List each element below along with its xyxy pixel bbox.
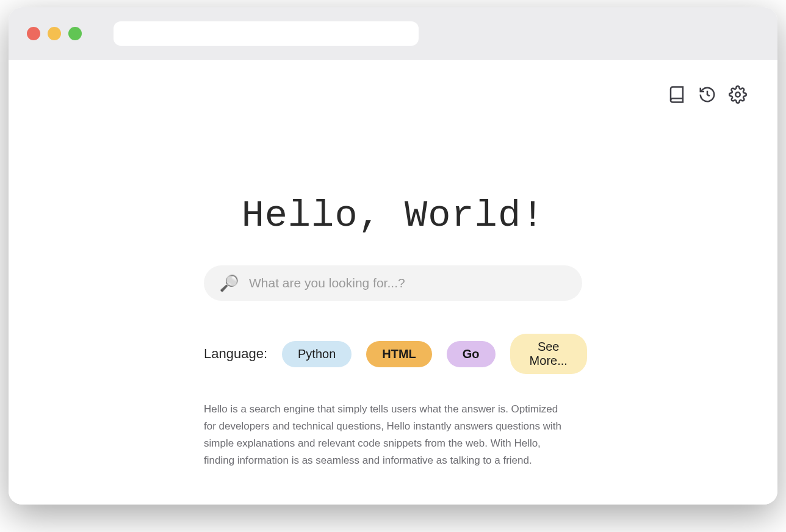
close-window-button[interactable] [27,27,40,40]
top-toolbar [668,85,747,104]
maximize-window-button[interactable] [68,27,82,40]
language-pill-python[interactable]: Python [282,341,352,367]
titlebar [9,7,777,60]
url-bar[interactable] [114,21,419,46]
page-content: Hello, World! 🔍 Language: Python HTML Go… [9,60,777,505]
browser-window: Hello, World! 🔍 Language: Python HTML Go… [9,7,777,505]
search-icon: 🔍 [220,274,239,293]
search-input[interactable] [249,276,566,290]
window-controls [27,27,82,40]
search-box[interactable]: 🔍 [204,265,582,301]
hero-section: Hello, World! 🔍 Language: Python HTML Go… [198,194,588,469]
minimize-window-button[interactable] [48,27,61,40]
language-row: Language: Python HTML Go See More... [204,334,582,374]
settings-icon[interactable] [729,85,747,104]
svg-point-0 [735,92,740,97]
book-icon[interactable] [668,85,686,104]
page-title: Hello, World! [242,194,545,237]
history-icon[interactable] [698,85,716,104]
site-description: Hello is a search engine that simply tel… [204,401,570,469]
language-pill-see-more[interactable]: See More... [510,334,587,374]
language-pill-html[interactable]: HTML [366,341,432,367]
language-label: Language: [204,346,267,362]
language-pill-go[interactable]: Go [447,341,496,367]
